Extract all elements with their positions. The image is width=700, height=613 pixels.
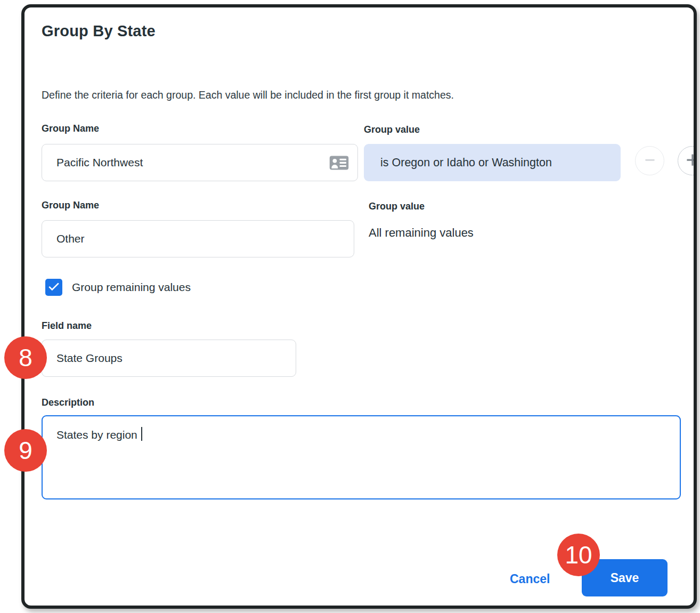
group-name-input-2[interactable] [42, 220, 354, 257]
group-value-chip[interactable]: is Oregon or Idaho or Washington [364, 144, 621, 181]
checkbox-label: Group remaining values [72, 281, 191, 294]
cancel-button[interactable]: Cancel [504, 569, 555, 590]
group-value-label-1: Group value [364, 124, 420, 135]
group-remaining-checkbox-row[interactable]: Group remaining values [45, 279, 191, 296]
group-name-field-1[interactable] [56, 156, 329, 169]
group-value-label-2: Group value [369, 201, 425, 212]
dialog-instruction: Define the criteria for each group. Each… [42, 89, 454, 101]
group-name-input-1[interactable] [42, 144, 358, 181]
description-text: States by region [56, 429, 137, 441]
step-badge-9: 9 [4, 429, 47, 472]
group-by-state-dialog: Group By State Define the criteria for e… [21, 4, 697, 609]
field-name-field[interactable] [56, 352, 287, 365]
plus-icon [685, 152, 697, 170]
minus-icon [642, 152, 657, 169]
group-name-label-2: Group Name [42, 200, 99, 211]
group-name-field-2[interactable] [56, 232, 345, 245]
checkbox-checked[interactable] [45, 279, 62, 296]
description-textarea[interactable]: States by region [42, 415, 681, 499]
dialog-title: Group By State [42, 22, 156, 40]
field-name-label: Field name [42, 320, 92, 332]
step-badge-8: 8 [4, 336, 47, 379]
group-name-label-1: Group Name [42, 123, 99, 134]
all-remaining-values-text: All remaining values [369, 226, 474, 240]
remove-group-button[interactable] [635, 146, 664, 175]
text-cursor [141, 427, 142, 441]
check-icon [47, 279, 61, 295]
description-label: Description [42, 397, 94, 408]
field-name-input[interactable] [42, 340, 296, 377]
contact-card-icon [329, 155, 349, 171]
step-badge-10: 10 [557, 534, 600, 576]
add-group-button[interactable] [678, 146, 697, 175]
